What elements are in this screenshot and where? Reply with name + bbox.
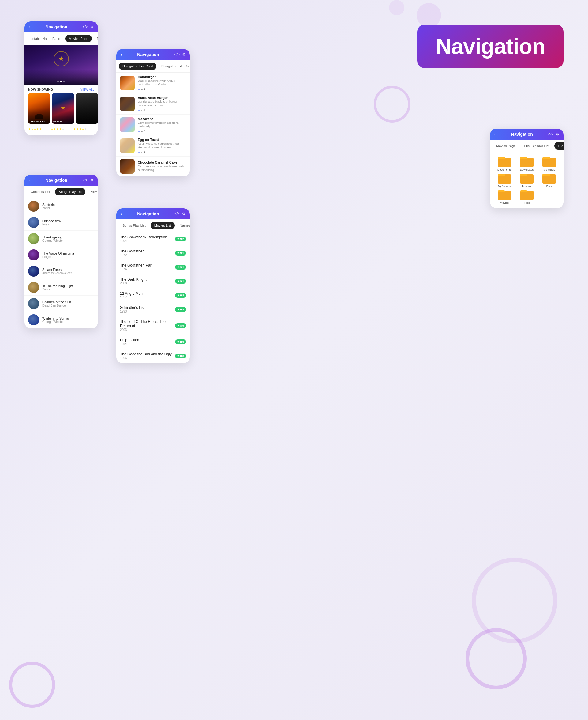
view-all-link[interactable]: VIEW ALL bbox=[80, 88, 94, 91]
movieslist-code-icon[interactable]: </> bbox=[174, 212, 180, 216]
files-code-icon[interactable]: </> bbox=[548, 132, 553, 136]
song-thanksgiving[interactable]: Thanksgiving George Winston ⋮ bbox=[24, 231, 98, 247]
schindler-name: Schindler's List bbox=[120, 305, 172, 310]
thanksgiving-info: Thanksgiving George Winston bbox=[42, 235, 87, 242]
tab-nav-list-card[interactable]: Navigation List Card bbox=[119, 62, 156, 70]
poster-marvel[interactable]: ★ MARVEL bbox=[52, 93, 74, 124]
files-settings-icon[interactable]: ⚙ bbox=[556, 132, 559, 136]
hero-title-block: Navigation bbox=[417, 24, 564, 68]
tab-nav-tile-card[interactable]: Navigation Tile Card bbox=[158, 62, 190, 70]
tab-songs-play-list[interactable]: Songs Play List bbox=[55, 188, 86, 196]
movie-godfather2[interactable]: The Godfather: Part II 1974 ★9.1 bbox=[116, 260, 190, 274]
song-santorini[interactable]: Santorini Yanni ⋮ bbox=[24, 198, 98, 215]
movie-dark-knight[interactable]: The Dark Knight 2008 ★9.1 bbox=[116, 274, 190, 288]
marvel-title: MARVEL bbox=[53, 120, 73, 123]
movies-code-icon[interactable]: </> bbox=[83, 25, 88, 29]
tab-names-list[interactable]: Names List bbox=[176, 222, 190, 229]
enigma-info: The Voice Of Enigma Enigma bbox=[42, 252, 87, 259]
food-settings-icon[interactable]: ⚙ bbox=[182, 53, 186, 57]
rating-star-icon: ★ bbox=[177, 340, 180, 343]
movieslist-back-icon[interactable]: ‹ bbox=[121, 212, 122, 216]
song-children[interactable]: Children of the Sun Dead Can Dance ⋮ bbox=[24, 296, 98, 312]
tab-movies-page[interactable]: Movies Page bbox=[65, 35, 92, 42]
egg-star: ★ bbox=[138, 151, 140, 154]
tab-file-explorer-list[interactable]: File Explorer List bbox=[521, 142, 553, 149]
tab-movies-list-active[interactable]: Movies List bbox=[151, 222, 175, 229]
avatar-orinoco bbox=[28, 217, 39, 228]
folder-downloads[interactable]: Downloads bbox=[516, 156, 537, 171]
santorini-menu[interactable]: ⋮ bbox=[90, 204, 94, 209]
children-menu[interactable]: ⋮ bbox=[90, 301, 94, 306]
movieslist-settings-icon[interactable]: ⚙ bbox=[182, 212, 186, 216]
food-item-egg[interactable]: Egg on Toast A sunny-side up egg on toas… bbox=[116, 135, 190, 156]
poster-dark[interactable] bbox=[76, 93, 98, 124]
folder-images[interactable]: Images bbox=[516, 173, 537, 188]
songs-settings-icon[interactable]: ⚙ bbox=[90, 178, 94, 182]
hamburger-desc: Classic hamburger with Angus beef grille… bbox=[138, 79, 180, 86]
food-code-icon[interactable]: </> bbox=[174, 53, 180, 57]
steam-artist: Andreas Vollenweider bbox=[42, 272, 87, 275]
morning-menu[interactable]: ⋮ bbox=[90, 285, 94, 290]
food-item-chocolate[interactable]: Chocolate Caramel Cake Rich dark chocola… bbox=[116, 157, 190, 177]
movie-good-bad[interactable]: The Good the Bad and the Ugly 1966 ★8.8 bbox=[116, 349, 190, 363]
food-item-blackbean[interactable]: Black Bean Burger Our signature black be… bbox=[116, 94, 190, 114]
movieslist-tab-bar: Songs Play List Movies List Names List bbox=[116, 219, 190, 232]
folder-downloads-icon bbox=[520, 156, 533, 167]
egg-arrow: → bbox=[183, 144, 186, 148]
orinoco-menu[interactable]: ⋮ bbox=[90, 220, 94, 225]
song-orinoco[interactable]: Orinoco flow Enya ⋮ bbox=[24, 215, 98, 231]
movie-pulp[interactable]: Pulp Fiction 1994 ★8.9 bbox=[116, 335, 190, 349]
folder-movies[interactable]: Movies bbox=[494, 189, 515, 204]
rating-marvel: ★ ★ ★ ★ ★ bbox=[51, 127, 71, 131]
12angry-rating: ★8.9 bbox=[175, 293, 186, 298]
folder-my-music[interactable]: My Music bbox=[539, 156, 560, 171]
song-steam[interactable]: Steam Forest Andreas Vollenweider ⋮ bbox=[24, 263, 98, 279]
winter-menu[interactable]: ⋮ bbox=[90, 317, 94, 322]
shawshank-info: The Shawshank Redemption 1994 bbox=[120, 235, 172, 243]
songs-code-icon[interactable]: </> bbox=[83, 178, 88, 182]
orinoco-artist: Enya bbox=[42, 223, 87, 226]
song-winter[interactable]: Winter into Spring George Winston ⋮ bbox=[24, 312, 98, 328]
tab-songs-play[interactable]: Songs Play List bbox=[119, 222, 149, 229]
star5: ★ bbox=[39, 127, 42, 131]
tab-contacts-list[interactable]: Contacts List bbox=[27, 188, 54, 196]
chocolate-thumb bbox=[120, 159, 135, 174]
tab-file-explorer[interactable]: File Explorer List bbox=[93, 35, 98, 42]
food-back-icon[interactable]: ‹ bbox=[121, 52, 122, 57]
movie-12angry[interactable]: 12 Angry Men 1957 ★8.9 bbox=[116, 288, 190, 302]
blackbean-rating-val: 4.4 bbox=[141, 109, 145, 112]
enigma-menu[interactable]: ⋮ bbox=[90, 253, 94, 257]
movies-settings-icon[interactable]: ⚙ bbox=[90, 25, 94, 29]
folder-my-videos[interactable]: My Videos bbox=[494, 173, 515, 188]
movies-back-icon[interactable]: ‹ bbox=[29, 24, 30, 29]
folder-files[interactable]: Files bbox=[516, 189, 537, 204]
macarons-desc: Eight colorful flavors of macarons, fres… bbox=[138, 121, 180, 128]
movie-ratings-row: ★ ★ ★ ★ ★ ★ ★ ★ ★ ★ ★ ★ ★ ★ ★ bbox=[24, 127, 98, 135]
food-item-macarons[interactable]: Macarons Eight colorful flavors of macar… bbox=[116, 115, 190, 135]
tab-movies-page-files[interactable]: Movies Page bbox=[492, 142, 520, 149]
song-morning[interactable]: In The Morning Light Yanni ⋮ bbox=[24, 279, 98, 296]
steam-menu[interactable]: ⋮ bbox=[90, 269, 94, 274]
tab-movies-list-songs[interactable]: Movies List bbox=[87, 188, 98, 196]
tab-file-explorer-grid[interactable]: File Explorer Grid bbox=[554, 142, 564, 149]
folder-data[interactable]: Data bbox=[539, 173, 560, 188]
thanksgiving-menu[interactable]: ⋮ bbox=[90, 236, 94, 241]
song-enigma[interactable]: The Voice Of Enigma Enigma ⋮ bbox=[24, 247, 98, 263]
movie-schindler[interactable]: Schindler's List 1993 ★8.9 bbox=[116, 302, 190, 317]
songs-back-icon[interactable]: ‹ bbox=[29, 178, 30, 183]
movie-posters-row: THE LION KING ★ MARVEL bbox=[24, 93, 98, 127]
movie-shawshank[interactable]: The Shawshank Redemption 1994 ★9.2 bbox=[116, 232, 190, 246]
movie-godfather[interactable]: The Godfather 1972 ★9.1 bbox=[116, 246, 190, 260]
hero-title: Navigation bbox=[436, 34, 545, 59]
enigma-name: The Voice Of Enigma bbox=[42, 252, 87, 255]
egg-rating: ★ 4.5 bbox=[138, 151, 180, 154]
tab-selectable-name[interactable]: ectable Name Page bbox=[27, 35, 64, 42]
files-back-icon[interactable]: ‹ bbox=[494, 132, 496, 137]
folder-documents[interactable]: Documents bbox=[494, 156, 515, 171]
movie-lotr[interactable]: The Lord Of The Rings: The Return of... … bbox=[116, 317, 190, 335]
thanksgiving-artist: George Winston bbox=[42, 239, 87, 242]
egg-name: Egg on Toast bbox=[138, 138, 180, 142]
food-item-hamburger[interactable]: Hamburger Classic hamburger with Angus b… bbox=[116, 73, 190, 94]
poster-lion-king[interactable]: THE LION KING bbox=[28, 93, 50, 124]
blackbean-star: ★ bbox=[138, 109, 140, 112]
